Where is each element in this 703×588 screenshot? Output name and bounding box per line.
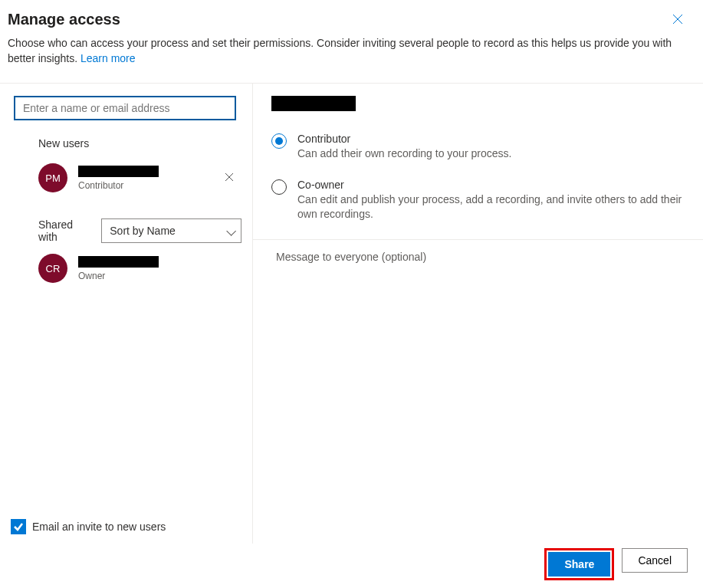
new-user-row: PM Contributor [38,163,241,192]
email-invite-checkbox[interactable] [11,519,26,534]
learn-more-link[interactable]: Learn more [80,52,136,64]
dialog-title: Manage access [8,11,688,28]
dialog-header: Manage access Choose who can access your… [0,0,703,75]
close-button[interactable] [669,11,686,31]
avatar: PM [38,163,67,192]
avatar: CR [38,254,67,283]
remove-user-button[interactable] [225,171,234,185]
dialog-description: Choose who can access your process and s… [8,36,688,66]
role-description: Can edit and publish your process, add a… [297,192,695,222]
role-option-coowner[interactable]: Co-owner Can edit and publish your proce… [271,179,695,222]
shared-with-row: Shared with Sort by Name [38,218,241,243]
right-panel: Contributor Can add their own recording … [253,84,703,544]
radio-unselected-icon[interactable] [271,179,287,195]
share-button[interactable]: Share [548,552,610,577]
message-section[interactable]: Message to everyone (optional) [253,239,703,263]
shared-with-label: Shared with [38,218,94,243]
user-name-redacted [78,256,159,268]
sort-dropdown[interactable]: Sort by Name [101,218,241,243]
email-invite-row: Email an invite to new users [11,519,166,534]
role-option-contributor[interactable]: Contributor Can add their own recording … [271,133,695,162]
new-users-heading: New users [38,137,241,149]
dialog-footer: Share Cancel [544,548,688,580]
selected-user-name-redacted [271,96,356,111]
close-icon [225,172,234,182]
left-panel: New users PM Contributor Shared with Sor… [0,84,253,544]
user-role: Contributor [78,180,159,191]
user-role: Owner [78,271,159,281]
checkmark-icon [13,521,24,532]
role-title: Contributor [297,133,511,145]
message-placeholder: Message to everyone (optional) [276,251,426,263]
cancel-button[interactable]: Cancel [622,548,688,573]
name-email-input[interactable] [14,96,236,120]
tutorial-highlight: Share [544,548,614,580]
shared-user-row: CR Owner [38,254,241,283]
email-invite-label: Email an invite to new users [32,521,166,533]
role-title: Co-owner [297,179,695,191]
close-icon [672,14,683,25]
radio-selected-icon[interactable] [271,133,287,149]
role-description: Can add their own recording to your proc… [297,146,511,162]
user-name-redacted [78,166,159,177]
